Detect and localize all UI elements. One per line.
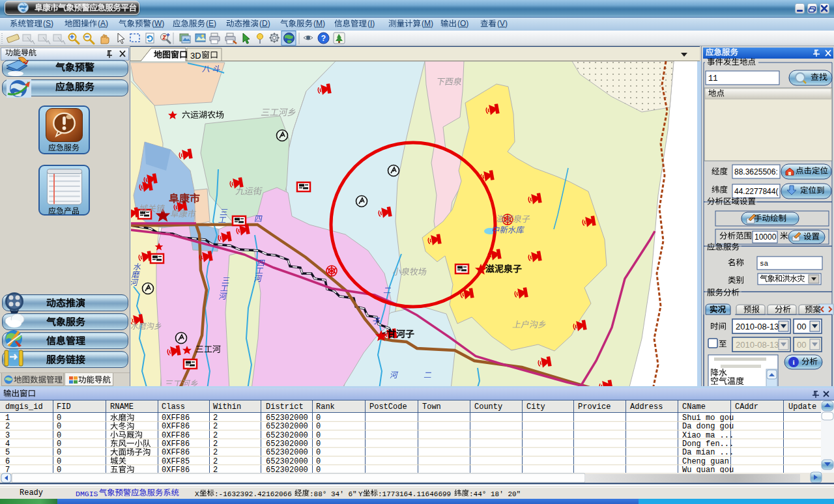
svg-text:652302000: 652302000 <box>266 457 308 466</box>
svg-text:0: 0 <box>316 457 321 466</box>
svg-text:?: ? <box>321 34 326 43</box>
svg-text:0: 0 <box>57 431 61 440</box>
svg-text:2010-08-13: 2010-08-13 <box>736 322 779 331</box>
svg-text:652302000: 652302000 <box>266 413 308 423</box>
svg-text:District: District <box>266 402 304 412</box>
svg-text::-1632392.42162066: :-1632392.42162066 <box>214 490 292 498</box>
svg-text::44° 18' 20": :44° 18' 20" <box>469 490 521 498</box>
svg-text:X: X <box>195 490 199 498</box>
svg-text:Rank: Rank <box>316 402 335 412</box>
svg-text:Within: Within <box>213 402 241 412</box>
svg-text:3: 3 <box>5 431 10 440</box>
svg-text:i: i <box>792 358 794 366</box>
svg-text:0: 0 <box>57 440 61 449</box>
svg-text:CName: CName <box>682 402 706 412</box>
svg-text:652302000: 652302000 <box>266 448 308 457</box>
svg-text:Class: Class <box>162 402 185 412</box>
svg-text:44.2277844(: 44.2277844( <box>734 187 778 196</box>
svg-text:County: County <box>474 402 502 412</box>
svg-text:0: 0 <box>57 413 61 423</box>
svg-text:0XFF86: 0XFF86 <box>162 413 190 423</box>
svg-text:2: 2 <box>213 413 218 423</box>
svg-text:2: 2 <box>5 422 10 431</box>
svg-text:2: 2 <box>213 457 218 466</box>
svg-text:Y: Y <box>358 490 363 498</box>
svg-text:652302000: 652302000 <box>266 422 308 431</box>
svg-text:5: 5 <box>5 448 10 457</box>
svg-text:Provice: Provice <box>578 402 611 412</box>
svg-text:4: 4 <box>5 440 10 449</box>
svg-text:2010-08-13: 2010-08-13 <box>736 340 779 350</box>
svg-text:10000: 10000 <box>755 232 777 242</box>
svg-text::88° 34' 6": :88° 34' 6" <box>309 490 357 498</box>
svg-text:City: City <box>526 402 545 412</box>
svg-text:0XFF86: 0XFF86 <box>162 431 190 440</box>
svg-text:0XFF86: 0XFF86 <box>162 440 190 449</box>
svg-text:Cheng guan: Cheng guan <box>682 457 729 466</box>
svg-text:FID: FID <box>57 402 71 412</box>
svg-text:Da mian ...: Da mian ... <box>682 448 734 457</box>
svg-text:0: 0 <box>57 457 61 466</box>
svg-text:Update: Update <box>788 402 816 412</box>
svg-text:Address: Address <box>630 402 663 412</box>
svg-text:0: 0 <box>316 440 321 449</box>
svg-text:0: 0 <box>57 422 61 431</box>
svg-text:dmgis_id: dmgis_id <box>5 402 43 412</box>
svg-text:6: 6 <box>5 457 10 466</box>
svg-text:0: 0 <box>316 413 321 423</box>
svg-text:PostCode: PostCode <box>369 402 407 412</box>
svg-text:0XFF85: 0XFF85 <box>162 457 190 466</box>
svg-text:0: 0 <box>316 422 321 431</box>
svg-text:0: 0 <box>57 448 61 457</box>
svg-text:0XFF86: 0XFF86 <box>162 422 190 431</box>
svg-text:1: 1 <box>5 413 10 423</box>
svg-text:RNAME: RNAME <box>110 402 134 412</box>
svg-text:88.3625506:: 88.3625506: <box>734 167 778 176</box>
svg-text:Da dong gou: Da dong gou <box>682 422 734 431</box>
svg-text:CAddr: CAddr <box>735 402 758 412</box>
svg-text:2: 2 <box>213 440 218 449</box>
svg-text:DMGIS: DMGIS <box>76 490 98 498</box>
svg-text:2: 2 <box>213 431 218 440</box>
svg-text::1773164.11646699: :1773164.11646699 <box>378 490 451 498</box>
svg-text:Shui mo gou: Shui mo gou <box>682 413 734 423</box>
svg-text:00: 00 <box>797 322 806 331</box>
svg-text:Xiao ma ...: Xiao ma ... <box>682 431 734 440</box>
svg-text:Dong fen...: Dong fen... <box>682 440 734 449</box>
svg-text:0XFF86: 0XFF86 <box>162 448 190 457</box>
svg-text:11: 11 <box>708 74 717 83</box>
svg-text:2: 2 <box>213 448 218 457</box>
svg-text:0: 0 <box>316 448 321 457</box>
svg-text:sa: sa <box>760 260 769 268</box>
svg-text:652302000: 652302000 <box>266 440 308 449</box>
svg-text:0: 0 <box>316 431 321 440</box>
svg-text:00: 00 <box>797 340 806 350</box>
svg-text:652302000: 652302000 <box>266 431 308 440</box>
svg-text:2: 2 <box>213 422 218 431</box>
svg-text:Town: Town <box>422 402 441 412</box>
